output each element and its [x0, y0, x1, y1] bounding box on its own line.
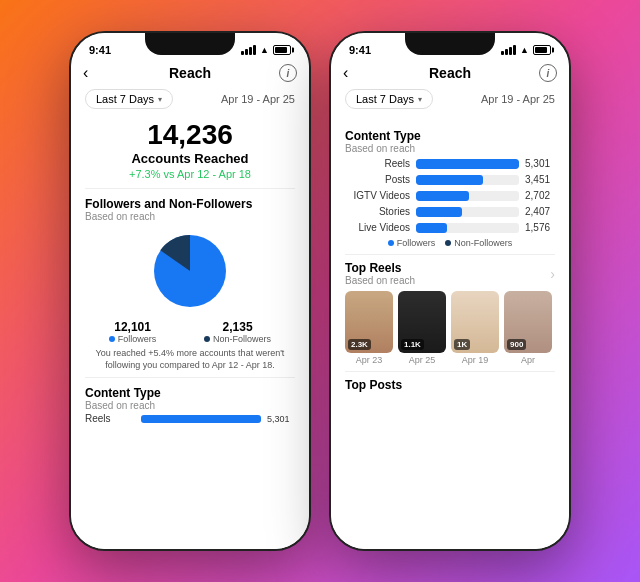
phone-1: 9:41 ▲ ‹ Reach i Last 7 Days ▾ [69, 31, 311, 551]
pie-chart: 12,101 Followers 2,135 Non-Followers [85, 226, 295, 371]
bar-label-posts: Posts [345, 174, 410, 185]
top-reels-header: Top Reels Based on reach › [345, 261, 555, 286]
divider-1 [85, 188, 295, 189]
followers-value: 12,101 [109, 320, 157, 334]
bar-value-igtv: 2,702 [525, 190, 555, 201]
content-bar-fill [141, 415, 261, 423]
content-type-header-2: Content Type Based on reach [345, 129, 555, 154]
bar-chart: Reels 5,301 Posts 3,451 IGTV Videos [345, 158, 555, 233]
reel-date-1: Apr 23 [345, 355, 393, 365]
status-time-1: 9:41 [89, 44, 111, 56]
filter-button-2[interactable]: Last 7 Days ▾ [345, 89, 433, 109]
bar-track-reels [416, 159, 519, 169]
reel-item-1[interactable]: 2.3K Apr 23 [345, 291, 393, 365]
followers-title: Followers and Non-Followers [85, 197, 295, 211]
reel-thumb-1: 2.3K [345, 291, 393, 353]
signal-icon-2 [501, 45, 516, 55]
reel-badge-3: 1K [454, 339, 470, 350]
bar-track-posts [416, 175, 519, 185]
filter-label-2: Last 7 Days [356, 93, 414, 105]
wifi-icon-2: ▲ [520, 45, 529, 55]
followers-label-item: Followers [109, 334, 157, 344]
top-reels-title: Top Reels [345, 261, 415, 275]
bar-track-igtv [416, 191, 519, 201]
status-time-2: 9:41 [349, 44, 371, 56]
content-bar-label: Reels [85, 413, 135, 424]
legend-followers: Followers [388, 238, 436, 248]
followers-section-header: Followers and Non-Followers Based on rea… [85, 197, 295, 222]
followers-legend: 12,101 Followers [109, 320, 157, 344]
reel-badge-1: 2.3K [348, 339, 371, 350]
reel-item-4[interactable]: 900 Apr [504, 291, 552, 365]
big-stat-1: 14,236 Accounts Reached +7.3% vs Apr 12 … [85, 121, 295, 180]
content-type-header: Content Type Based on reach [85, 386, 295, 411]
content-type-subtitle: Based on reach [85, 400, 295, 411]
battery-icon [273, 45, 291, 55]
top-reels-section-header: Top Reels Based on reach [345, 261, 415, 286]
filter-button-1[interactable]: Last 7 Days ▾ [85, 89, 173, 109]
battery-icon-2 [533, 45, 551, 55]
followers-legend-label: Followers [397, 238, 436, 248]
bar-fill-igtv [416, 191, 469, 201]
bar-row-igtv: IGTV Videos 2,702 [345, 190, 555, 201]
info-button-2[interactable]: i [539, 64, 557, 82]
notch [145, 33, 235, 55]
reel-date-2: Apr 25 [398, 355, 446, 365]
signal-icon [241, 45, 256, 55]
header-title-2: Reach [429, 65, 471, 81]
non-followers-value: 2,135 [204, 320, 271, 334]
bar-fill-stories [416, 207, 462, 217]
bar-fill-reels [416, 159, 519, 169]
non-followers-legend-dot [445, 240, 451, 246]
bar-label-live: Live Videos [345, 222, 410, 233]
bar-value-reels: 5,301 [525, 158, 555, 169]
accounts-reached-change: +7.3% vs Apr 12 - Apr 18 [85, 168, 295, 180]
followers-dot [109, 336, 115, 342]
reel-badge-2: 1.1K [401, 339, 424, 350]
filter-arrow-icon-1: ▾ [158, 95, 162, 104]
non-followers-legend: 2,135 Non-Followers [204, 320, 271, 344]
bar-row-stories: Stories 2,407 [345, 206, 555, 217]
status-icons-2: ▲ [501, 45, 551, 55]
top-reels-subtitle: Based on reach [345, 275, 415, 286]
notch-2 [405, 33, 495, 55]
pie-legend: 12,101 Followers 2,135 Non-Followers [85, 320, 295, 344]
filter-row-2: Last 7 Days ▾ Apr 19 - Apr 25 [331, 85, 569, 113]
top-reels-arrow-icon[interactable]: › [550, 266, 555, 282]
bar-label-stories: Stories [345, 206, 410, 217]
reel-item-3[interactable]: 1K Apr 19 [451, 291, 499, 365]
chart-legend: Followers Non-Followers [345, 238, 555, 248]
back-button-1[interactable]: ‹ [83, 64, 88, 82]
followers-subtitle: Based on reach [85, 211, 295, 222]
back-button-2[interactable]: ‹ [343, 64, 348, 82]
reel-thumb-2: 1.1K [398, 291, 446, 353]
pie-svg [145, 226, 235, 316]
wifi-icon: ▲ [260, 45, 269, 55]
divider-3 [345, 254, 555, 255]
non-followers-legend-label: Non-Followers [454, 238, 512, 248]
accounts-reached-number: 14,236 [85, 121, 295, 149]
bar-label-reels: Reels [345, 158, 410, 169]
reel-date-3: Apr 19 [451, 355, 499, 365]
bar-label-igtv: IGTV Videos [345, 190, 410, 201]
date-range-2: Apr 19 - Apr 25 [481, 93, 555, 105]
bar-track-live [416, 223, 519, 233]
status-icons-1: ▲ [241, 45, 291, 55]
header-1: ‹ Reach i [71, 61, 309, 85]
filter-arrow-icon-2: ▾ [418, 95, 422, 104]
header-title-1: Reach [169, 65, 211, 81]
reel-date-4: Apr [504, 355, 552, 365]
info-button-1[interactable]: i [279, 64, 297, 82]
bar-row-reels: Reels 5,301 [345, 158, 555, 169]
bar-track-stories [416, 207, 519, 217]
bar-fill-live [416, 223, 447, 233]
bar-value-stories: 2,407 [525, 206, 555, 217]
filter-label-1: Last 7 Days [96, 93, 154, 105]
legend-non-followers: Non-Followers [445, 238, 512, 248]
bar-fill-posts [416, 175, 483, 185]
phone-2: 9:41 ▲ ‹ Reach i Last 7 Days ▾ [329, 31, 571, 551]
divider-4 [345, 371, 555, 372]
content-type-subtitle-2: Based on reach [345, 143, 555, 154]
reel-item-2[interactable]: 1.1K Apr 25 [398, 291, 446, 365]
bar-row-live: Live Videos 1,576 [345, 222, 555, 233]
